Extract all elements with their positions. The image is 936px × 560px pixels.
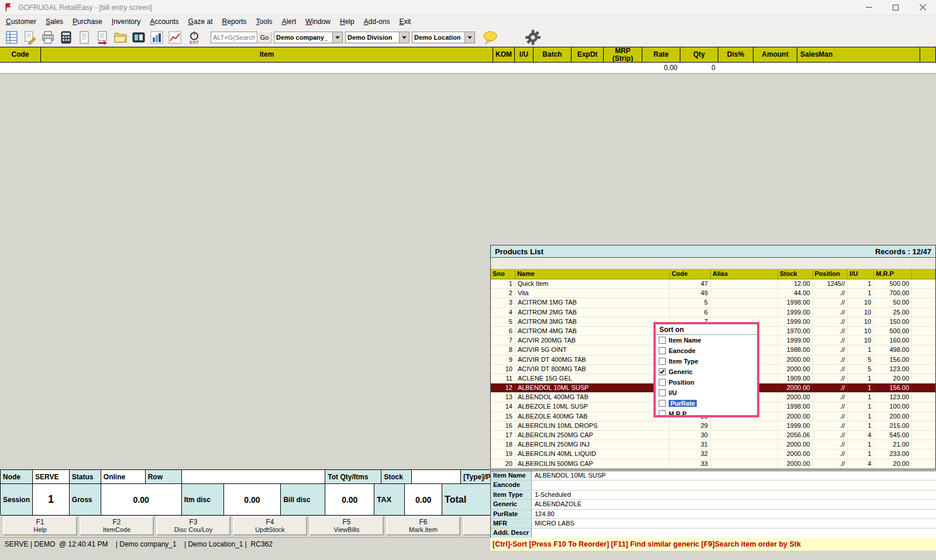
bar-chart-icon[interactable] (149, 29, 165, 46)
sort-option-eancode[interactable]: Eancode (656, 345, 757, 356)
bill-first-row-cell (534, 63, 572, 73)
product-cell-mrp: 20.00 (874, 374, 912, 383)
bill-col-i-u[interactable]: I/U (515, 47, 534, 62)
menu-item-inventory[interactable]: Inventory (107, 16, 145, 27)
print-icon[interactable] (40, 29, 56, 46)
menu-item-exit[interactable]: Exit (394, 16, 415, 27)
checked-checkbox-icon[interactable] (659, 368, 666, 375)
product-cell-position: .// (813, 345, 848, 354)
bill-col-code[interactable]: Code (0, 47, 41, 62)
new-bill-icon[interactable] (22, 29, 38, 46)
bill-col-mrp-strip[interactable]: MRP (Strip) (604, 47, 642, 62)
sort-option-item-type[interactable]: Item Type (656, 356, 757, 367)
media-icon[interactable] (130, 29, 147, 46)
sort-option-position[interactable]: Position (656, 377, 757, 388)
unchecked-checkbox-icon[interactable] (659, 400, 666, 407)
fkey-f1[interactable]: F1Help (3, 516, 77, 535)
sort-option-m-r-p[interactable]: M.R.P (656, 409, 757, 416)
bill-col-kom[interactable]: KOM (493, 47, 515, 62)
product-row[interactable]: 16ALBERCILIN 10ML DROPS291999.00.//1215.… (491, 421, 935, 431)
product-row[interactable]: 17ALBERCILIN 250MG CAP302056.06.//4545.0… (491, 431, 935, 440)
product-row[interactable]: 19ALBERCILIN 40ML LIQUID322000.00.//1233… (491, 450, 935, 459)
menu-item-customer[interactable]: Customer (1, 16, 41, 27)
fkey-f5[interactable]: F5ViewBills (309, 516, 384, 535)
products-col-i-u[interactable]: I/U (848, 269, 874, 279)
bill-col-salesman[interactable]: SalesMan (797, 47, 920, 62)
bill-col-batch[interactable]: Batch (534, 47, 572, 62)
unchecked-checkbox-icon[interactable] (659, 410, 666, 416)
bill-col-rate[interactable]: Rate (642, 47, 680, 62)
open-folder-icon[interactable] (112, 29, 129, 46)
calculator-icon[interactable] (58, 29, 74, 46)
products-col-code[interactable]: Code (670, 269, 711, 279)
product-row[interactable]: 1Quick Item4712.001245//1500.00 (491, 279, 935, 289)
chat-bubble-icon[interactable] (482, 29, 498, 46)
document-export-icon[interactable] (94, 29, 111, 46)
product-cell-sno: 4 (491, 308, 515, 317)
bill-first-row-cell (572, 63, 604, 73)
product-cell-name: ALBENDOL 400MG TAB (515, 393, 670, 402)
product-row[interactable]: 4ACITROM 2MG TAB61999.00.//1025.00 (491, 308, 935, 317)
tax-label: TAX (374, 484, 405, 516)
menu-item-gaze-at[interactable]: Gaze at (184, 16, 218, 27)
products-col-sno[interactable]: Sno (491, 269, 515, 279)
bill-col-qty[interactable]: Qty (680, 47, 718, 62)
unchecked-checkbox-icon[interactable] (659, 379, 666, 386)
unchecked-checkbox-icon[interactable] (659, 337, 666, 344)
menu-item-purchase[interactable]: Purchase (68, 16, 107, 27)
company-select[interactable]: Demo company_ (274, 32, 343, 43)
company-chevron-down-icon[interactable] (332, 32, 342, 43)
menu-item-accounts[interactable]: Accounts (145, 16, 183, 27)
fkey-f4[interactable]: F4UpdtStock (233, 516, 307, 535)
fkey-f6[interactable]: F6Mark.Item (386, 516, 460, 535)
document-icon[interactable] (76, 29, 92, 46)
menu-item-add-ons[interactable]: Add-ons (359, 16, 395, 27)
location-select[interactable]: Demo Location (412, 32, 475, 43)
line-chart-icon[interactable] (167, 29, 183, 46)
sort-option-i-u[interactable]: I/U (656, 388, 757, 398)
bill-col-dis[interactable]: Dis% (718, 47, 753, 62)
products-col-alias[interactable]: Alias (711, 269, 778, 279)
bill-col-expdt[interactable]: ExpDt (572, 47, 604, 62)
products-col-m-r-p[interactable]: M.R.P (874, 269, 912, 279)
menu-item-window[interactable]: Window (301, 16, 335, 27)
bill-col-item[interactable]: Item (41, 47, 493, 62)
bill-col-amount[interactable]: Amount (753, 47, 797, 62)
session-value: 1 (33, 484, 70, 516)
menu-item-alert[interactable]: Alert (277, 16, 301, 27)
global-search-input[interactable] (211, 32, 257, 43)
location-chevron-down-icon[interactable] (464, 32, 474, 43)
exit-power-icon[interactable]: EXIT (185, 29, 204, 46)
product-row[interactable]: 20ALBERCILIN 500MG CAP332000.00.//420.00 (491, 459, 935, 469)
sort-option-item-name[interactable]: Item Name (656, 335, 757, 345)
fkey-c[interactable]: C (463, 516, 490, 535)
menu-item-help[interactable]: Help (335, 16, 359, 27)
product-row[interactable]: 18ALBERCILIN 250MG INJ312000.00.//121.00 (491, 440, 935, 450)
products-col-position[interactable]: Position (813, 269, 848, 279)
settings-gear-icon[interactable] (525, 29, 541, 46)
product-row[interactable]: 2Vita4944.00.//1700.00 (491, 289, 935, 298)
products-col-name[interactable]: Name (515, 269, 670, 279)
maximize-button[interactable] (882, 0, 909, 15)
menu-item-reports[interactable]: Reports (218, 16, 252, 27)
fkey-f3[interactable]: F3Disc Cou/Loy (156, 516, 230, 535)
fkey-f2[interactable]: F2ItemCode (80, 516, 154, 535)
division-chevron-down-icon[interactable] (399, 32, 409, 43)
bill-entry-icon[interactable] (4, 29, 20, 46)
products-col-stock[interactable]: Stock (778, 269, 813, 279)
go-button[interactable]: Go (257, 32, 271, 43)
unchecked-checkbox-icon[interactable] (659, 389, 666, 396)
menu-item-tools[interactable]: Tools (252, 16, 277, 27)
division-select[interactable]: Demo Division (345, 32, 410, 43)
unchecked-checkbox-icon[interactable] (659, 347, 666, 354)
product-cell-alias (711, 279, 778, 288)
product-row[interactable]: 3ACITROM 1MG TAB51998.00.//1050.00 (491, 298, 935, 307)
close-button[interactable] (909, 0, 936, 15)
sort-option-purrate[interactable]: PurRate (656, 398, 757, 409)
records-count: Records : 12/47 (875, 247, 931, 256)
menu-item-sales[interactable]: Sales (41, 16, 68, 27)
sort-popup-body: Sort on Item NameEancodeItem TypeGeneric… (655, 324, 758, 416)
unchecked-checkbox-icon[interactable] (659, 358, 666, 365)
minimize-button[interactable] (855, 0, 882, 15)
sort-option-generic[interactable]: Generic (656, 367, 757, 377)
